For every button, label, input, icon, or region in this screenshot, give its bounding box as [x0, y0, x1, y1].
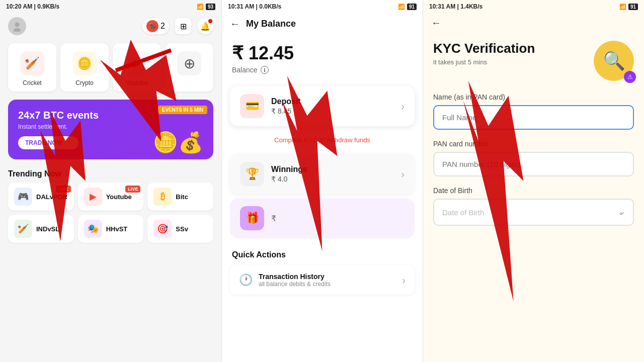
- battery-1: 93: [206, 4, 215, 10]
- deposit-title: Deposit: [271, 97, 301, 106]
- hh-icon: 🎭: [84, 220, 102, 238]
- status-bar-3: 10:31 AM | 1.4KB/s 📶 91: [423, 0, 644, 13]
- battery-2: 91: [407, 4, 417, 10]
- pan-label: PAN card number: [433, 140, 634, 148]
- winnings-amount: ₹ 4.0: [271, 175, 307, 183]
- banner-badge: EVENTS IN 5 MIN: [158, 106, 207, 114]
- home-panel: 10:20 AM | 0.9KB/s 📶 93 🐂 2 ⊞ 🔔: [0, 0, 221, 362]
- kyc-illustration: 🔍 ⚠: [594, 41, 634, 81]
- trending-title: Trending Now: [0, 163, 221, 183]
- kyc-alert[interactable]: Complete KYC to withdraw funds: [222, 130, 423, 150]
- time-speed-1: 10:20 AM | 0.9KB/s: [6, 3, 59, 10]
- list-item[interactable]: 🏏 INDvSL: [8, 215, 74, 243]
- battery-3: 91: [628, 4, 638, 10]
- deposit-info: Deposit ₹ 8.45: [271, 97, 301, 115]
- chevron-right-winnings: ›: [401, 168, 405, 180]
- signal-icon-2: 📶: [398, 4, 405, 10]
- chevron-right-txn: ›: [402, 275, 406, 286]
- txn-text: Transaction History all balance debits &…: [259, 273, 331, 288]
- gift-card[interactable]: 🎁 ₹: [230, 198, 415, 238]
- notification-icon[interactable]: 🔔: [197, 18, 213, 34]
- quick-actions-title: Quick Actions: [222, 242, 423, 263]
- deposit-icon: 💳: [240, 94, 264, 118]
- trophy-icon: 🏆: [240, 162, 264, 186]
- status-bar-1: 10:20 AM | 0.9KB/s 📶 93: [0, 0, 221, 13]
- banner-coins: 🪙💰: [153, 131, 203, 154]
- bull-icon: 🐂: [146, 20, 158, 32]
- deposit-amount: ₹ 8.45: [271, 107, 301, 115]
- window-icon[interactable]: ⊞: [175, 18, 191, 34]
- kyc-title: KYC Verification: [433, 41, 535, 56]
- back-button[interactable]: ←: [230, 18, 240, 30]
- winnings-card-left: 🏆 Winnings ₹ 4.0: [240, 162, 307, 186]
- status-icons-1: 📶 93: [197, 4, 215, 10]
- more-app[interactable]: ⊕: [165, 43, 213, 92]
- status-icons-3: 📶 91: [619, 4, 638, 10]
- dob-select[interactable]: Date of Birth ⌄: [433, 199, 634, 226]
- dal-name: DALvPOR: [36, 193, 67, 201]
- youtube-label: Youtube: [126, 79, 148, 86]
- list-item[interactable]: ₿ Bitc: [147, 183, 213, 211]
- history-icon: 🕐: [239, 274, 253, 287]
- crypto-app[interactable]: 🪙 Crypto: [60, 43, 109, 92]
- gift-icon: 🎁: [240, 206, 264, 230]
- btc-name: Bitc: [176, 193, 188, 201]
- chevron-right-icon: ›: [401, 101, 405, 112]
- page-header: ← My Balance: [222, 13, 423, 35]
- youtube-app[interactable]: ▶ Youtube: [113, 43, 161, 92]
- ind-icon: 🏏: [14, 220, 32, 238]
- kyc-form: Name (as in PAN card) PAN card number Da…: [423, 89, 644, 240]
- dob-placeholder: Date of Birth: [442, 208, 484, 217]
- live-badge: LIVE: [125, 186, 140, 193]
- dal-icon: 🎮: [14, 188, 32, 206]
- txn-subtitle: all balance debits & credits: [259, 281, 331, 288]
- info-icon[interactable]: ℹ: [261, 66, 269, 74]
- bull-badge[interactable]: 🐂 2: [142, 18, 169, 34]
- list-item[interactable]: LIVE 🎮 DALvPOR: [8, 183, 74, 211]
- name-label: Name (as in PAN card): [433, 93, 634, 101]
- gift-info: ₹: [271, 214, 276, 223]
- trending-grid: LIVE 🎮 DALvPOR LIVE ▶ Youtube ₿ Bitc 🏏 I…: [0, 183, 221, 243]
- crypto-label: Crypto: [75, 79, 93, 86]
- cricket-app[interactable]: 🏏 Cricket: [8, 43, 56, 92]
- kyc-panel: 10:31 AM | 1.4KB/s 📶 91 ← KYC Verificati…: [423, 0, 644, 362]
- chevron-down-icon: ⌄: [617, 207, 625, 218]
- youtube-trend-name: Youtube: [106, 193, 132, 201]
- signal-icon: 📶: [197, 4, 204, 10]
- time-speed-3: 10:31 AM | 1.4KB/s: [429, 3, 482, 10]
- more-icon: ⊕: [177, 51, 201, 75]
- youtube-trend-icon: ▶: [84, 188, 102, 206]
- hh-name: HHvST: [106, 225, 128, 233]
- dob-label: Date of Birth: [433, 187, 634, 195]
- page-title: My Balance: [246, 19, 296, 29]
- arrow-icon: →: [65, 139, 71, 146]
- kyc-back-button[interactable]: ←: [431, 17, 441, 28]
- svg-point-0: [15, 23, 20, 27]
- transaction-history-row[interactable]: 🕐 Transaction History all balance debits…: [230, 265, 415, 295]
- avatar[interactable]: [8, 17, 26, 35]
- pan-input[interactable]: [433, 152, 634, 176]
- status-bar-2: 10:31 AM | 0.0KB/s 📶 91: [222, 0, 423, 13]
- deposit-card[interactable]: 💳 Deposit ₹ 8.45 ›: [230, 86, 415, 126]
- balance-amount: ₹ 12.45: [232, 43, 413, 64]
- list-item[interactable]: 🎭 HHvST: [78, 215, 144, 243]
- kyc-header: KYC Verification it takes just 5 mins 🔍 …: [423, 33, 644, 89]
- balance-panel: 10:31 AM | 0.0KB/s 📶 91 ← My Balance ₹ 1…: [221, 0, 423, 362]
- kyc-subtitle: it takes just 5 mins: [433, 58, 535, 66]
- winnings-card[interactable]: 🏆 Winnings ₹ 4.0 ›: [230, 154, 415, 194]
- trade-now-button[interactable]: TRADE NOW →: [18, 136, 78, 149]
- cricket-label: Cricket: [23, 79, 41, 86]
- deposit-card-left: 💳 Deposit ₹ 8.45: [240, 94, 301, 118]
- home-header: 🐂 2 ⊞ 🔔: [0, 13, 221, 39]
- balance-label: Balance ℹ: [232, 66, 413, 74]
- list-item[interactable]: LIVE ▶ Youtube: [78, 183, 144, 211]
- youtube-app-icon: ▶: [125, 51, 149, 75]
- btc-icon: ₿: [153, 188, 172, 206]
- full-name-input[interactable]: [433, 105, 634, 130]
- notif-dot: [208, 19, 212, 23]
- list-item[interactable]: 🎯 SSv: [147, 215, 213, 243]
- promo-banner[interactable]: EVENTS IN 5 MIN 24x7 BTC events Instant …: [8, 100, 213, 159]
- gift-amount: ₹: [271, 214, 276, 223]
- balance-section: ₹ 12.45 Balance ℹ: [222, 35, 423, 82]
- winnings-title: Winnings: [271, 165, 307, 174]
